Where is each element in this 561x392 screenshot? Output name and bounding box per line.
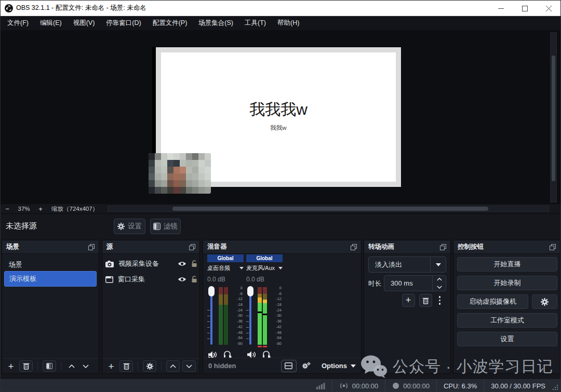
source-filters-button[interactable]: 滤镜 <box>150 219 181 234</box>
lock-unlocked-icon[interactable] <box>191 276 197 283</box>
channel-name-row[interactable]: 麦克风/Aux <box>246 264 283 272</box>
scene-up-button[interactable] <box>66 360 77 372</box>
cpu-usage: CPU: 6.3% <box>436 379 484 392</box>
transition-select[interactable]: 淡入淡出 <box>368 256 446 273</box>
mixer-channel-mic-aux: Global 麦克风/Aux 0.0 dB 0-6-12-18-24-30-36… <box>246 254 283 358</box>
hidden-count-label: 0 hidden <box>208 362 236 370</box>
record-timer: 00:00:00 <box>385 379 436 392</box>
add-transition-button[interactable]: + <box>402 294 415 307</box>
scene-item[interactable]: 场景 <box>4 258 97 272</box>
lock-unlocked-icon[interactable] <box>191 260 197 267</box>
source-down-button[interactable] <box>182 360 196 372</box>
source-row-video-capture[interactable]: 视频采集设备 <box>105 257 197 271</box>
slider-ticks <box>246 310 249 344</box>
popout-icon[interactable] <box>189 244 195 250</box>
slider-ticks <box>207 310 210 344</box>
minimize-button[interactable] <box>489 1 513 16</box>
settings-button[interactable]: 设置 <box>457 332 557 346</box>
menu-view[interactable]: 视图(V) <box>68 16 101 30</box>
scene-filters-button[interactable] <box>43 360 56 372</box>
meter-scale: 0-6-12-18-24-30-36-42-48-54-60 <box>231 286 243 346</box>
preview-area[interactable]: 我我我w 我我w <box>1 30 561 204</box>
start-recording-button[interactable]: 开始录制 <box>457 276 557 290</box>
transition-select-arrow[interactable] <box>430 257 446 272</box>
monitor-off-icon[interactable] <box>262 350 271 358</box>
popout-icon[interactable] <box>351 244 357 250</box>
source-context-bar: 未选择源 设置 滤镜 <box>1 213 561 238</box>
volume-slider-handle[interactable] <box>247 286 253 296</box>
scene-item-selected[interactable]: 演示模板 <box>4 271 97 287</box>
menu-docks[interactable]: 停靠窗口(D) <box>100 16 146 30</box>
mixer-header: 混音器 <box>203 240 361 254</box>
mixer-channel-desktop-audio: Global 桌面音频 0.0 dB 0-6-12-18-24-30-36-42… <box>207 254 244 358</box>
zoom-out-button[interactable]: − <box>1 205 14 213</box>
duration-spinbox[interactable]: 300 ms <box>384 275 446 291</box>
menu-file[interactable]: 文件(F) <box>2 16 34 30</box>
start-virtual-camera-button[interactable]: 启动虚拟摄像机 <box>457 294 528 309</box>
scenes-panel: 场景 场景 演示模板 + <box>2 240 99 374</box>
source-properties-gear-button[interactable] <box>143 360 156 372</box>
controls-panel: 控制按钮 开始直播 开始录制 启动虚拟摄像机 工作室模式 设置 <box>453 240 560 374</box>
source-filters-label: 滤镜 <box>164 222 178 231</box>
duration-label: 时长 <box>368 279 381 288</box>
chevron-down-icon <box>436 263 441 266</box>
close-button[interactable] <box>537 1 560 16</box>
scene-down-button[interactable] <box>80 360 91 372</box>
remove-scene-button[interactable] <box>19 360 33 372</box>
duration-up-button[interactable] <box>433 276 446 283</box>
stream-time: 00:00:00 <box>352 382 379 390</box>
preview-vertical-scrollbar[interactable] <box>550 32 557 202</box>
menu-profile[interactable]: 配置文件(P) <box>147 16 193 30</box>
channel-db-label: 0.0 dB <box>246 276 283 283</box>
scenes-title: 场景 <box>6 242 19 251</box>
horizontal-scrollbar-thumb[interactable] <box>172 207 488 211</box>
global-badge: Global <box>207 254 244 262</box>
transition-more-button[interactable] <box>436 296 444 305</box>
transitions-panel: 转场动画 淡入淡出 时长 300 ms + <box>364 240 451 374</box>
menu-edit[interactable]: 编辑(E) <box>34 16 68 30</box>
signal-bars-icon <box>316 382 325 389</box>
mixer-options-button[interactable]: Options <box>322 362 356 370</box>
maximize-button[interactable] <box>513 1 537 16</box>
filter-icon <box>153 223 161 230</box>
advanced-audio-gears-icon[interactable] <box>301 360 312 372</box>
eye-visible-icon[interactable] <box>178 276 186 282</box>
volume-meter: 0-6-12-18-24-30-36-42-48-54-60 <box>246 286 283 346</box>
resize-grip[interactable] <box>552 384 559 391</box>
broadcast-icon <box>339 382 349 389</box>
source-properties-button[interactable]: 设置 <box>114 219 145 234</box>
gear-icon <box>541 298 549 306</box>
popout-icon[interactable] <box>550 244 556 250</box>
menu-scene-collection[interactable]: 场景集合(S) <box>193 16 239 30</box>
mixer-layout-toggle-button[interactable] <box>281 360 297 372</box>
menu-tools[interactable]: 工具(T) <box>239 16 272 30</box>
virtual-camera-config-button[interactable] <box>532 294 557 309</box>
add-source-button[interactable]: + <box>105 360 117 372</box>
start-streaming-button[interactable]: 开始直播 <box>457 257 557 272</box>
zoom-bar: − 37% + 缩放（724x407） <box>1 204 561 213</box>
zoom-in-button[interactable]: + <box>34 205 47 213</box>
remove-source-button[interactable] <box>119 360 133 372</box>
source-up-button[interactable] <box>166 360 180 372</box>
menu-help[interactable]: 帮助(H) <box>272 16 305 30</box>
volume-slider-handle[interactable] <box>208 286 215 296</box>
meter-scale: 0-6-12-18-24-30-36-42-48-54-60 <box>270 286 282 346</box>
popout-icon[interactable] <box>440 244 446 250</box>
studio-mode-button[interactable]: 工作室模式 <box>457 313 557 328</box>
duration-down-button[interactable] <box>433 283 446 291</box>
toolbar-separator <box>138 362 138 370</box>
speaker-icon[interactable] <box>208 351 217 358</box>
monitor-off-icon[interactable] <box>223 350 232 358</box>
preview-horizontal-scrollbar[interactable] <box>108 206 549 212</box>
source-row-window-capture[interactable]: 窗口采集 <box>105 273 197 286</box>
remove-transition-button[interactable] <box>419 294 432 307</box>
eye-visible-icon[interactable] <box>178 261 186 267</box>
channel-name-row[interactable]: 桌面音频 <box>207 264 244 272</box>
record-time: 00:00:00 <box>403 382 430 390</box>
popout-icon[interactable] <box>88 244 95 250</box>
camera-icon <box>105 261 114 267</box>
vertical-scrollbar-thumb[interactable] <box>552 56 555 181</box>
speaker-icon[interactable] <box>247 351 256 358</box>
add-scene-button[interactable]: + <box>5 360 17 372</box>
obs-logo-icon <box>5 4 13 12</box>
